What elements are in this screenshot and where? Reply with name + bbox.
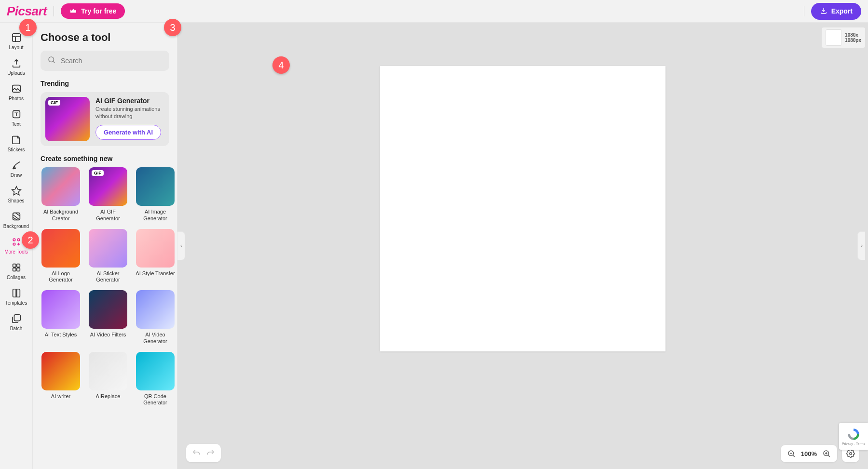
- rail-item-text[interactable]: Text: [2, 106, 30, 131]
- rail-label: Draw: [11, 173, 22, 178]
- tool-label: AI Background Creator: [41, 209, 81, 222]
- tool-card[interactable]: AI Video Filters: [88, 290, 128, 345]
- tool-thumb: [136, 352, 175, 390]
- sticker-icon: [11, 134, 22, 145]
- apps-icon: [11, 237, 22, 247]
- gif-badge: GIF: [92, 170, 104, 176]
- rail-item-shapes[interactable]: Shapes: [2, 183, 30, 207]
- tool-thumb: [89, 352, 127, 390]
- rail-label: Templates: [5, 300, 27, 306]
- tools-grid: AI Background CreatorGIFAI GIF Generator…: [41, 167, 169, 406]
- tool-label: AI Sticker Generator: [88, 270, 128, 284]
- svg-rect-11: [14, 315, 20, 321]
- search-icon: [47, 55, 56, 66]
- canvas-width: 1080x: [845, 32, 861, 38]
- trending-heading: Trending: [41, 80, 169, 87]
- collapse-panel-handle[interactable]: [177, 231, 185, 260]
- tool-label: AI Video Generator: [135, 332, 176, 345]
- rail-item-background[interactable]: Background: [2, 208, 30, 233]
- annotation-marker-1: 1: [19, 19, 37, 36]
- tool-label: AIReplace: [96, 393, 121, 400]
- gif-badge: GIF: [48, 100, 60, 106]
- rail-label: Layout: [9, 45, 23, 50]
- tool-card[interactable]: AI Video Generator: [135, 290, 176, 345]
- text-icon: [11, 109, 22, 120]
- tool-card[interactable]: AI writer: [41, 352, 81, 407]
- undo-button[interactable]: [189, 448, 203, 458]
- rail-item-stickers[interactable]: Stickers: [2, 132, 30, 156]
- create-heading: Create something new: [41, 155, 169, 162]
- logo[interactable]: Picsart: [7, 4, 47, 19]
- rail-item-templates[interactable]: Templates: [2, 285, 30, 309]
- tool-card[interactable]: AI Background Creator: [41, 167, 81, 222]
- rail-label: Batch: [10, 326, 23, 331]
- tool-card[interactable]: AI Style Transfer: [135, 229, 176, 284]
- rail-item-draw[interactable]: Draw: [2, 157, 30, 182]
- redo-button[interactable]: [203, 448, 218, 458]
- tool-panel: Choose a tool Trending GIF AI GIF Genera…: [33, 23, 177, 469]
- svg-rect-10: [16, 268, 19, 271]
- book-icon: [11, 288, 22, 298]
- stack-icon: [11, 313, 22, 324]
- svg-point-15: [850, 453, 852, 455]
- trending-title: AI GIF Generator: [95, 97, 164, 105]
- tool-thumb: [89, 290, 127, 329]
- tool-thumb: [89, 229, 127, 268]
- recaptcha-privacy[interactable]: Privacy: [842, 442, 853, 445]
- search-box[interactable]: [41, 51, 169, 71]
- tool-card[interactable]: AI Logo Generator: [41, 229, 81, 284]
- gear-icon: [846, 449, 855, 458]
- undo-redo-group: [186, 444, 221, 462]
- export-label: Export: [831, 7, 853, 15]
- photo-icon: [11, 83, 22, 94]
- zoom-percent: 100%: [801, 450, 817, 457]
- panel-title: Choose a tool: [41, 31, 169, 44]
- tool-card[interactable]: QR Code Generator: [135, 352, 176, 407]
- rail-item-batch[interactable]: Batch: [2, 310, 30, 335]
- rail-label: Shapes: [8, 198, 25, 203]
- canvas-size-badge[interactable]: 1080x 1080px: [822, 27, 865, 48]
- divider: [804, 6, 804, 16]
- trending-card[interactable]: GIF AI GIF Generator Create stunning ani…: [41, 92, 169, 146]
- tool-thumb: [136, 229, 175, 268]
- tool-card[interactable]: AI Sticker Generator: [88, 229, 128, 284]
- try-for-free-label: Try for free: [81, 7, 116, 15]
- rail-label: Text: [12, 121, 20, 127]
- recaptcha-icon: [847, 428, 860, 441]
- tool-card[interactable]: GIFAI GIF Generator: [88, 167, 128, 222]
- next-canvas-handle[interactable]: [857, 231, 865, 260]
- trending-thumb: GIF: [45, 97, 90, 141]
- divider: [54, 6, 54, 16]
- svg-point-12: [49, 57, 54, 62]
- zoom-out-button[interactable]: [786, 448, 797, 459]
- rail-item-photos[interactable]: Photos: [2, 80, 30, 105]
- search-input[interactable]: [61, 57, 163, 65]
- tool-card[interactable]: AI Image Generator: [135, 167, 176, 222]
- try-for-free-button[interactable]: Try for free: [61, 3, 125, 19]
- canvas[interactable]: [380, 66, 665, 351]
- recaptcha-terms[interactable]: Terms: [856, 442, 865, 445]
- rail-label: Photos: [9, 96, 24, 101]
- workspace: 1080x 1080px 100% Privacy - Terms: [177, 23, 868, 469]
- layout-icon: [11, 32, 22, 43]
- download-icon: [820, 7, 827, 16]
- zoom-in-button[interactable]: [821, 448, 832, 459]
- topbar-right: Export: [804, 3, 861, 20]
- rail-label: Uploads: [7, 70, 25, 76]
- export-button[interactable]: Export: [811, 3, 861, 20]
- tool-card[interactable]: AIReplace: [88, 352, 128, 407]
- svg-rect-8: [16, 264, 19, 267]
- svg-point-6: [13, 243, 15, 245]
- tool-label: AI writer: [51, 393, 70, 400]
- generate-ai-button[interactable]: Generate with AI: [95, 125, 161, 140]
- canvas-height: 1080px: [845, 38, 861, 43]
- tool-label: AI Video Filters: [90, 332, 126, 338]
- rail-item-uploads[interactable]: Uploads: [2, 55, 30, 80]
- tool-label: AI GIF Generator: [88, 209, 128, 222]
- rail-item-collages[interactable]: Collages: [2, 259, 30, 284]
- tool-label: QR Code Generator: [135, 393, 176, 407]
- upload-icon: [11, 58, 22, 68]
- annotation-marker-4: 4: [272, 56, 290, 74]
- tool-card[interactable]: AI Text Styles: [41, 290, 81, 345]
- tool-label: AI Logo Generator: [41, 270, 81, 284]
